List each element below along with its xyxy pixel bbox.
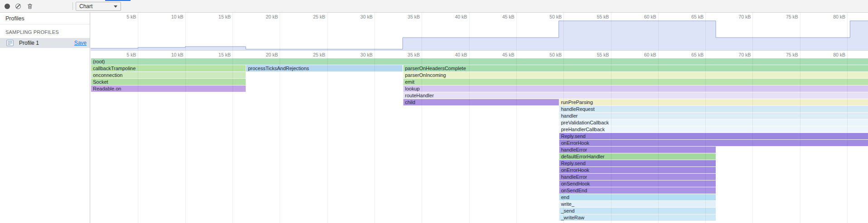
ruler-tick-label: 40 kB <box>455 14 467 19</box>
ruler-tick-label: 10 kB <box>171 52 184 57</box>
flame-chart: (root)callbackTrampolineprocessTicksAndR… <box>91 58 868 223</box>
ruler-tick-label: 25 kB <box>313 52 325 57</box>
sampling-profiles-section-label: SAMPLING PROFILES <box>0 24 90 38</box>
toolbar-divider <box>73 2 73 10</box>
ruler-tick-label: 25 kB <box>313 14 325 19</box>
ruler-tick-label: 15 kB <box>218 52 231 57</box>
sidebar-item-profile-1[interactable]: Profile 1 Save <box>0 38 90 48</box>
flame-frame-prehandlercallback[interactable]: preHandlerCallback <box>559 126 868 133</box>
flame-frame-send[interactable]: _send <box>559 208 716 214</box>
ruler-tick-label: 55 kB <box>597 14 609 19</box>
ruler-tick-label: 60 kB <box>644 14 656 19</box>
active-tab-indicator <box>105 0 131 1</box>
flame-frame-callbacktrampoline[interactable]: callbackTrampoline <box>91 65 246 71</box>
flame-frame-routehandler[interactable]: routeHandler <box>403 92 868 99</box>
ruler-tick-label: 70 kB <box>739 14 751 19</box>
ruler-tick-label: 35 kB <box>407 52 420 57</box>
ruler-tick-label: 10 kB <box>171 14 184 19</box>
ruler-tick-label: 65 kB <box>691 52 703 57</box>
flame-frame-prevalidationcallback[interactable]: preValidationCallback <box>559 119 868 126</box>
flame-frame-child[interactable]: child <box>403 99 559 105</box>
profile-name: Profile 1 <box>19 40 74 46</box>
flame-frame-parseronheaderscomplete[interactable]: parserOnHeadersComplete <box>403 65 868 71</box>
record-circle-icon <box>5 4 10 9</box>
flame-frame-defaulterrorhandler[interactable]: defaultErrorHandler <box>559 153 716 160</box>
trash-icon <box>27 3 33 9</box>
ruler-tick-label: 70 kB <box>739 52 751 57</box>
delete-profile-button[interactable] <box>25 1 35 11</box>
ruler-tick-label: 75 kB <box>786 52 798 57</box>
flame-frame-processticksandrejections[interactable]: processTicksAndRejections <box>246 65 402 71</box>
flame-chart-ruler: 5 kB10 kB15 kB20 kB25 kB30 kB35 kB40 kB4… <box>91 50 868 58</box>
ruler-tick-label: 50 kB <box>549 52 562 57</box>
ruler-tick-label: 60 kB <box>644 52 656 57</box>
view-mode-select[interactable]: Chart <box>76 2 121 11</box>
memory-overview-timeline[interactable] <box>91 20 868 50</box>
ruler-tick-label: 65 kB <box>691 14 703 19</box>
flame-frame-parseronincoming[interactable]: parserOnIncoming <box>403 72 868 78</box>
flame-frame-socket[interactable]: Socket <box>91 79 246 85</box>
profiles-sidebar: Profiles SAMPLING PROFILES Profile 1 Sav… <box>0 13 90 223</box>
flame-frame-handler[interactable]: handler <box>559 113 868 119</box>
ruler-tick-label: 20 kB <box>266 52 278 57</box>
flame-frame-write[interactable]: write_ <box>559 201 716 207</box>
flame-frame-handleerror[interactable]: handleError <box>559 174 716 180</box>
flame-frame-emit[interactable]: emit <box>403 79 868 85</box>
devtools-memory-panel: Chart Profiles SAMPLING PROFILES Profile… <box>0 0 868 223</box>
ruler-tick-label: 45 kB <box>502 14 514 19</box>
ruler-tick-label: 45 kB <box>502 52 514 57</box>
flame-frame-lookup[interactable]: lookup <box>403 85 868 92</box>
flame-frame-root[interactable]: (root) <box>91 58 868 65</box>
chevron-down-icon <box>114 5 117 8</box>
sidebar-title: Profiles <box>0 13 90 24</box>
flame-frame-onerrorhook[interactable]: onErrorHook <box>559 140 868 146</box>
flame-frame-runpreparsing[interactable]: runPreParsing <box>559 99 868 105</box>
ruler-tick-label: 5 kB <box>126 14 136 19</box>
no-entry-icon <box>15 4 21 9</box>
ruler-tick-label: 5 kB <box>126 52 136 57</box>
flame-frame-handleerror[interactable]: handleError <box>559 147 716 153</box>
ruler-tick-label: 30 kB <box>360 14 373 19</box>
flame-frame-onsendend[interactable]: onSendEnd <box>559 187 716 194</box>
flame-frame-onsendhook[interactable]: onSendHook <box>559 180 716 187</box>
save-profile-link[interactable]: Save <box>74 40 87 46</box>
ruler-tick-label: 80 kB <box>833 14 845 19</box>
flame-chart-pane: 5 kB10 kB15 kB20 kB25 kB30 kB35 kB40 kB4… <box>91 13 868 223</box>
flame-frame-readable-on[interactable]: Readable.on <box>91 85 246 92</box>
flame-frame-handlerequest[interactable]: handleRequest <box>559 106 868 112</box>
ruler-tick-label: 35 kB <box>407 14 420 19</box>
ruler-tick-label: 80 kB <box>833 52 845 57</box>
flame-frame-writeraw[interactable]: _writeRaw <box>559 214 716 221</box>
record-button[interactable] <box>2 1 12 11</box>
flame-frame-onconnection[interactable]: onconnection <box>91 72 246 78</box>
flame-frame-onerrorhook[interactable]: onErrorHook <box>559 167 716 173</box>
clear-profiles-button[interactable] <box>13 1 23 11</box>
memory-usage-area <box>91 20 868 50</box>
ruler-tick-label: 50 kB <box>549 14 562 19</box>
ruler-tick-label: 40 kB <box>455 52 467 57</box>
ruler-tick-label: 15 kB <box>218 14 231 19</box>
toolbar: Chart <box>0 0 868 13</box>
ruler-tick-label: 30 kB <box>360 52 373 57</box>
ruler-tick-label: 75 kB <box>786 14 798 19</box>
flame-frame-end[interactable]: end <box>559 194 716 200</box>
overview-ruler: 5 kB10 kB15 kB20 kB25 kB30 kB35 kB40 kB4… <box>91 13 868 20</box>
ruler-tick-label: 20 kB <box>266 14 278 19</box>
flame-frame-reply-send[interactable]: Reply.send <box>559 160 716 166</box>
view-mode-value: Chart <box>79 3 92 9</box>
profile-icon <box>6 40 14 46</box>
flame-frame-reply-send[interactable]: Reply.send <box>559 133 868 139</box>
ruler-tick-label: 55 kB <box>597 52 609 57</box>
